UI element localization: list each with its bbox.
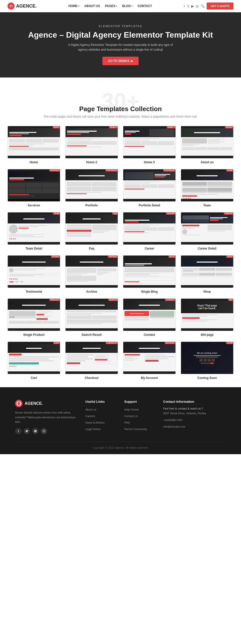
template-checkout[interactable]: CHECKOUT Checkout — [65, 342, 118, 380]
footer-link-careers[interactable]: Careers — [85, 415, 95, 418]
template-single-product[interactable]: PRODUCT Single Product — [8, 298, 60, 337]
template-faq[interactable]: FAQ Faq — [65, 212, 118, 250]
caret-icon: ▾ — [78, 5, 79, 7]
template-portfolio-detail-label: Portfolio Detail — [123, 204, 176, 207]
template-career-detail[interactable]: CAREER Career Detail — [181, 212, 233, 250]
footer-phone: +16456867-887 — [163, 418, 226, 423]
footer-link-news[interactable]: News & Articles — [85, 421, 104, 424]
demo-button[interactable]: GO TO DEMOS ▶ — [102, 57, 139, 65]
get-quote-button[interactable]: GET A QUOTE — [207, 3, 233, 10]
footer-link-community[interactable]: Parent Community — [124, 428, 147, 431]
template-cart[interactable]: ★★★★★ CART Cart — [8, 342, 60, 380]
nav-contact[interactable]: CONTACT — [138, 4, 152, 8]
footer-bottom: Copyright © 2022 Agence. All rights rese… — [15, 442, 226, 449]
footer-link-contactus[interactable]: Contact Us — [124, 415, 138, 418]
footer: AGENCE. Auctor blandit dolorem primis mu… — [0, 387, 241, 454]
footer-support-list: Help Center Contact Us FAQ Parent Commun… — [124, 407, 156, 431]
logo-icon — [8, 3, 15, 10]
template-coming-soon[interactable]: We are coming soon! 12 30 45 22 — [181, 342, 233, 380]
template-checkout-label: Checkout — [65, 376, 118, 380]
hero-section: ELEMENTOR TEMPLATES Agence – Digital Age… — [0, 12, 241, 77]
facebook-icon[interactable]: f — [184, 4, 185, 8]
template-services[interactable]: SERVICES Services — [8, 169, 60, 207]
arrow-icon: ▶ — [131, 59, 133, 63]
footer-instagram-icon[interactable] — [41, 428, 47, 434]
template-home2-label: Home 2 — [65, 160, 118, 164]
templates-section: 30+ Page Templates Collection Pre-made p… — [0, 77, 241, 387]
template-portfolio-label: Portfolio — [65, 204, 118, 207]
template-single-blog[interactable]: BLOG Single Blog — [123, 255, 176, 293]
footer-link-faq[interactable]: FAQ — [124, 421, 130, 424]
template-career-detail-label: Career Detail — [181, 247, 233, 250]
hero-subtitle: ELEMENTOR TEMPLATES — [28, 25, 213, 28]
template-team[interactable]: ★★★★★ TEAM Team — [181, 169, 233, 207]
footer-links-list: About us Careers News & Articles Legal N… — [85, 407, 117, 431]
footer-link-legal[interactable]: Legal Notice — [85, 428, 101, 431]
template-coming-soon-label: Coming Soon — [181, 376, 233, 380]
footer-contact-title: Contact Information — [163, 400, 226, 404]
svg-rect-2 — [43, 430, 45, 432]
template-search-result[interactable]: SEARCH Search Result — [65, 298, 118, 337]
template-home[interactable]: HOME Home — [8, 126, 60, 164]
template-portfolio-detail[interactable]: PORTFOLIO Portfolio Detail — [123, 169, 176, 207]
footer-social — [15, 428, 78, 434]
footer-link-helpcenter[interactable]: Help Center — [124, 408, 139, 411]
template-career[interactable]: CAREER Career — [123, 212, 176, 250]
hero-title: Agence – Digital Agency Elementor Templa… — [28, 30, 213, 40]
navbar: AGENCE. HOME ▾ ABOUT US PAGES ▾ BLOG ▾ C… — [0, 0, 241, 12]
caret-icon: ▾ — [116, 5, 117, 7]
template-home3[interactable]: HOME 3 Home 3 — [123, 126, 176, 164]
footer-useful-links: Useful Links About us Careers News & Art… — [85, 400, 117, 434]
nav-home[interactable]: HOME ▾ — [69, 4, 79, 8]
nav-pages[interactable]: PAGES ▾ — [105, 4, 117, 8]
logo-text: AGENCE. — [16, 4, 37, 9]
template-404[interactable]: Oops! That pagecan't be found. 404 404-p… — [181, 298, 233, 337]
template-portfolio[interactable]: PORTFOLIO Portfolio — [65, 169, 118, 207]
template-services-label: Services — [8, 204, 60, 207]
footer-logo-icon — [15, 400, 23, 407]
template-home-label: Home — [8, 160, 60, 164]
template-shop[interactable]: SHOP Shop — [181, 255, 233, 293]
footer-top: AGENCE. Auctor blandit dolorem primis mu… — [15, 400, 226, 434]
footer-youtube-icon[interactable] — [32, 428, 39, 434]
template-about[interactable]: ABOUT About us — [181, 126, 233, 164]
template-cart-label: Cart — [8, 376, 60, 380]
nav-about[interactable]: ABOUT US — [84, 4, 100, 8]
footer-logo: AGENCE. — [15, 400, 78, 407]
template-about-label: About us — [181, 160, 233, 164]
footer-description: Auctor blandit dolorem primis mus velit … — [15, 410, 78, 424]
template-archive[interactable]: ARCHIVE Archive — [65, 255, 118, 293]
footer-twitter-icon[interactable] — [24, 428, 30, 434]
footer-contact-free: Feel free to contact & reach us !! — [163, 407, 226, 410]
hero-description: A Digital Agency Elementor Template Kit … — [68, 43, 173, 52]
template-404-label: 404-page — [181, 333, 233, 337]
nav-blog[interactable]: BLOG ▾ — [122, 4, 133, 8]
template-contact-label: Contact — [123, 333, 176, 337]
footer-email: info@domain.com — [163, 424, 226, 429]
template-archive-label: Archive — [65, 290, 118, 293]
footer-link-about[interactable]: About us — [85, 408, 96, 411]
twitter-icon[interactable]: 𝕏 — [187, 4, 189, 8]
svg-point-4 — [44, 430, 45, 431]
search-icon[interactable]: 🔍 — [201, 4, 205, 8]
template-home2[interactable]: HOME 2 Home 2 — [65, 126, 118, 164]
navbar-icons: f 𝕏 ▶ ◎ 🔍 GET A QUOTE — [184, 3, 233, 10]
template-search-result-label: Search Result — [65, 333, 118, 337]
template-home3-label: Home 3 — [123, 160, 176, 164]
section-subtitle: Pre-made pages and blocks will save your… — [8, 115, 233, 118]
youtube-icon[interactable]: ▶ — [191, 4, 194, 8]
footer-support: Support Help Center Contact Us FAQ Paren… — [124, 400, 156, 434]
template-career-label: Career — [123, 247, 176, 250]
template-team-detail[interactable]: ★★★★ TEAM Team Detail — [8, 212, 60, 250]
template-single-blog-label: Single Blog — [123, 290, 176, 293]
template-testimonial[interactable]: ★★★★★ 10k+ 75% REVIEW Testimonial — [8, 255, 60, 293]
template-contact[interactable]: CONTACT Contact — [123, 298, 176, 337]
footer-useful-links-title: Useful Links — [85, 400, 117, 404]
instagram-icon[interactable]: ◎ — [196, 4, 199, 8]
footer-facebook-icon[interactable] — [15, 428, 22, 434]
svg-point-3 — [43, 431, 45, 432]
hero-content: ELEMENTOR TEMPLATES Agence – Digital Age… — [23, 20, 218, 70]
logo[interactable]: AGENCE. — [8, 3, 37, 10]
template-my-account[interactable]: ACCOUNT My Account — [123, 342, 176, 380]
footer-contact-info: Contact Information Feel free to contact… — [163, 400, 226, 434]
